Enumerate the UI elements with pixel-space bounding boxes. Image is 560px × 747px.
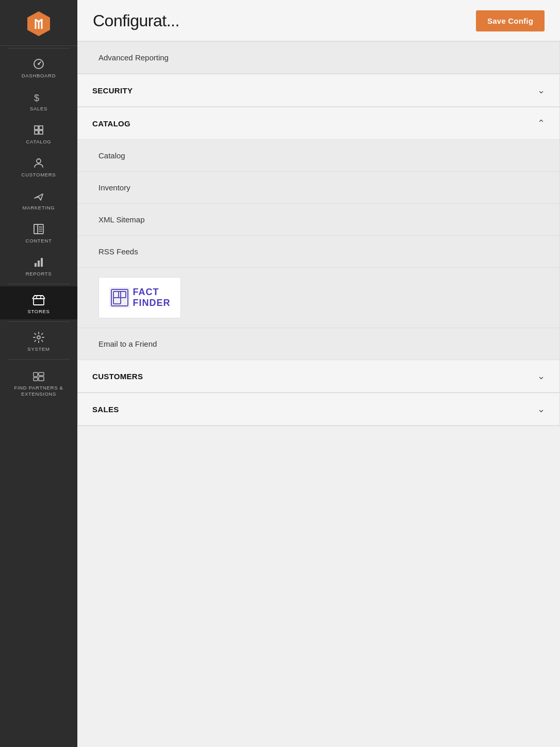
customers-section-header[interactable]: CUSTOMERS ⌄ xyxy=(78,360,559,393)
marketing-label: MARKETING xyxy=(23,205,55,210)
reports-icon xyxy=(32,256,45,268)
config-area: Advanced Reporting SECURITY ⌄ CATALOG ⌃ … xyxy=(77,41,560,747)
content-icon xyxy=(32,223,45,235)
stores-icon xyxy=(32,294,45,306)
sidebar-item-customers[interactable]: CUSTOMERS xyxy=(0,150,77,183)
svg-rect-22 xyxy=(34,372,38,377)
customers-label: CUSTOMERS xyxy=(22,172,56,177)
sidebar-navigation: DASHBOARD $ SALES CATALOG CUST xyxy=(0,46,77,403)
sidebar-divider-partners xyxy=(8,359,70,360)
catalog-label: CATALOG xyxy=(26,139,52,144)
stores-label: STORES xyxy=(27,308,50,314)
factfinder-logo-icon xyxy=(109,287,130,308)
sidebar-item-system[interactable]: SYSTEM xyxy=(0,324,77,357)
sidebar-divider-top xyxy=(8,48,70,48)
customers-icon xyxy=(32,157,45,169)
partners-icon xyxy=(32,369,45,382)
catalog-section: CATALOG ⌃ Catalog Inventory XML Sitemap … xyxy=(77,107,560,360)
find-partners-label: FIND PARTNERS & EXTENSIONS xyxy=(0,385,77,398)
sales-chevron-down-icon: ⌄ xyxy=(537,403,545,415)
svg-point-21 xyxy=(37,336,40,339)
sidebar-item-content[interactable]: CONTENT xyxy=(0,216,77,249)
page-title: Configurat... xyxy=(93,11,179,30)
dashboard-label: DASHBOARD xyxy=(22,73,56,78)
factfinder-logo-text: FACT FINDER xyxy=(109,287,171,308)
svg-rect-24 xyxy=(39,372,44,376)
security-chevron-down-icon: ⌄ xyxy=(537,85,545,96)
catalog-section-title: CATALOG xyxy=(92,119,130,128)
factfinder-text-block: FACT FINDER xyxy=(133,287,171,308)
sales-label: SALES xyxy=(30,106,47,111)
main-content: Configurat... Save Config Advanced Repor… xyxy=(77,0,560,747)
catalog-icon xyxy=(32,124,45,136)
sidebar-item-catalog[interactable]: CATALOG xyxy=(0,117,77,150)
svg-rect-15 xyxy=(38,261,40,267)
sidebar-logo xyxy=(0,0,77,46)
advanced-reporting-block: Advanced Reporting xyxy=(77,41,560,74)
save-config-button[interactable]: Save Config xyxy=(476,10,545,31)
security-section: SECURITY ⌄ xyxy=(77,74,560,107)
sidebar-item-find-partners[interactable]: FIND PARTNERS & EXTENSIONS xyxy=(0,362,77,403)
factfinder-finder-text: FINDER xyxy=(133,298,171,308)
svg-point-8 xyxy=(37,159,41,163)
system-icon xyxy=(32,331,45,344)
svg-rect-17 xyxy=(34,299,44,305)
svg-rect-6 xyxy=(35,131,38,134)
customers-chevron-down-icon: ⌄ xyxy=(537,370,545,382)
sales-section: SALES ⌄ xyxy=(77,393,560,426)
svg-rect-10 xyxy=(34,224,38,234)
email-friend-sub-item[interactable]: Email to a Friend xyxy=(78,328,559,360)
svg-text:$: $ xyxy=(34,93,40,103)
content-label: CONTENT xyxy=(26,238,52,243)
security-section-title: SECURITY xyxy=(92,86,133,95)
sidebar-divider-stores xyxy=(8,284,70,284)
customers-section: CUSTOMERS ⌄ xyxy=(77,360,560,393)
svg-rect-7 xyxy=(39,131,43,134)
svg-rect-25 xyxy=(39,377,44,381)
sidebar-divider-system xyxy=(8,321,70,322)
catalog-sub-items: Catalog Inventory XML Sitemap RSS Feeds xyxy=(78,140,559,360)
sales-section-title: SALES xyxy=(92,405,119,414)
security-section-header[interactable]: SECURITY ⌄ xyxy=(78,74,559,107)
svg-rect-5 xyxy=(39,126,43,129)
dashboard-icon xyxy=(32,58,45,70)
system-label: SYSTEM xyxy=(27,346,50,352)
page-header: Configurat... Save Config xyxy=(77,0,560,41)
sidebar-item-reports[interactable]: REPORTS xyxy=(0,249,77,282)
sidebar-item-dashboard[interactable]: DASHBOARD xyxy=(0,51,77,84)
sidebar-item-sales[interactable]: $ SALES xyxy=(0,84,77,117)
sales-icon: $ xyxy=(32,91,45,103)
svg-rect-4 xyxy=(35,126,38,129)
factfinder-fact-text: FACT xyxy=(133,287,171,298)
sidebar: DASHBOARD $ SALES CATALOG CUST xyxy=(0,0,77,747)
rss-feeds-sub-item[interactable]: RSS Feeds xyxy=(78,236,559,268)
factfinder-logo[interactable]: FACT FINDER xyxy=(98,277,181,318)
sidebar-item-marketing[interactable]: MARKETING xyxy=(0,183,77,216)
catalog-chevron-up-icon: ⌃ xyxy=(537,118,545,129)
advanced-reporting-item[interactable]: Advanced Reporting xyxy=(78,42,559,74)
catalog-sub-item[interactable]: Catalog xyxy=(78,140,559,172)
reports-label: REPORTS xyxy=(26,271,52,277)
inventory-sub-item[interactable]: Inventory xyxy=(78,172,559,204)
svg-rect-14 xyxy=(35,263,37,267)
svg-rect-16 xyxy=(41,258,43,267)
sidebar-item-stores[interactable]: STORES xyxy=(0,286,77,319)
svg-rect-23 xyxy=(34,378,38,381)
magento-logo-icon xyxy=(24,9,53,38)
catalog-section-header[interactable]: CATALOG ⌃ xyxy=(78,107,559,140)
marketing-icon xyxy=(32,190,45,202)
factfinder-sub-item[interactable]: FACT FINDER xyxy=(78,268,559,328)
customers-section-title: CUSTOMERS xyxy=(92,372,143,381)
svg-point-2 xyxy=(38,63,40,65)
sales-section-header[interactable]: SALES ⌄ xyxy=(78,393,559,426)
xml-sitemap-sub-item[interactable]: XML Sitemap xyxy=(78,204,559,236)
